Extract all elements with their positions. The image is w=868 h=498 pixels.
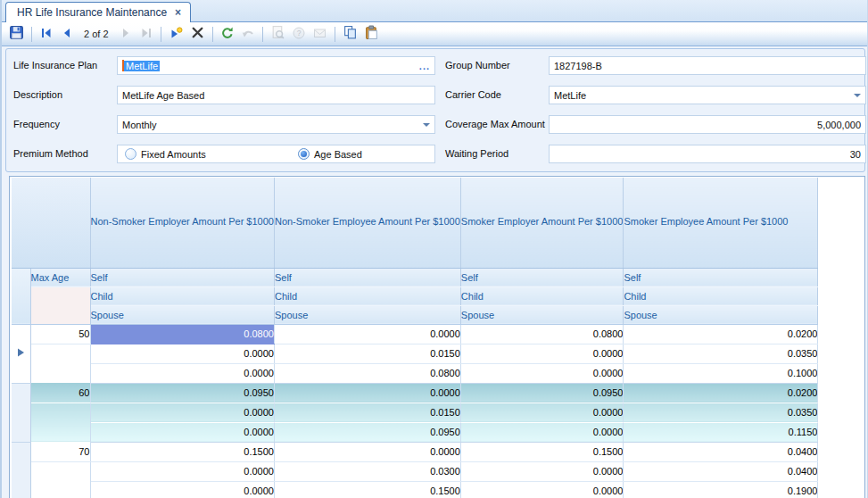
- grid-cell[interactable]: 0.1500: [90, 442, 274, 461]
- save-button[interactable]: [6, 24, 27, 44]
- column-header-nonsmoker-employer[interactable]: Non-Smoker Employer Amount Per $1000: [90, 178, 274, 268]
- grid-cell[interactable]: 0.1900: [624, 481, 818, 498]
- band-row-spouse: Spouse: [274, 305, 460, 324]
- max-age-cell[interactable]: 50: [30, 324, 90, 344]
- grid-cell[interactable]: 0.0950: [90, 383, 274, 403]
- waiting-period-field[interactable]: 30: [549, 145, 866, 163]
- grid-cell[interactable]: 0.0800: [460, 324, 624, 344]
- frequency-value: Monthly: [122, 120, 157, 130]
- radio-age-based[interactable]: Age Based: [298, 148, 362, 160]
- record-position: 2 of 2: [84, 29, 109, 39]
- grid-cell[interactable]: 0.1000: [624, 363, 818, 383]
- grid-cell[interactable]: 0.0950: [274, 422, 460, 442]
- radio-selected-icon[interactable]: [298, 148, 310, 160]
- row-indicator[interactable]: [12, 383, 30, 442]
- grid-cell[interactable]: 0.0000: [90, 422, 274, 442]
- radio-age-based-label: Age Based: [314, 149, 362, 160]
- band-row-self: Self: [624, 268, 818, 286]
- premium-method-label: Premium Method: [13, 145, 88, 163]
- lookup-ellipsis-button[interactable]: ...: [419, 61, 430, 71]
- grid-cell[interactable]: 0.0000: [460, 363, 624, 383]
- grid-cell[interactable]: 0.0000: [90, 363, 274, 383]
- group-number-value: 1827198-B: [554, 61, 602, 71]
- radio-fixed-amounts[interactable]: Fixed Amounts: [125, 148, 206, 160]
- waiting-period-value: 30: [850, 149, 861, 160]
- life-insurance-plan-field[interactable]: MetLife ...: [117, 56, 435, 75]
- tab-hr-life-insurance-maintenance[interactable]: HR Life Insurance Maintenance ×: [5, 2, 191, 22]
- grid-cell[interactable]: 0.1150: [624, 422, 818, 442]
- row-indicator-current[interactable]: [12, 324, 30, 383]
- grid-cell[interactable]: 0.0000: [90, 344, 274, 363]
- rates-grid: Non-Smoker Employer Amount Per $1000 Non…: [12, 178, 818, 498]
- carrier-code-label: Carrier Code: [445, 86, 501, 104]
- toolbar-separator: [262, 27, 263, 42]
- grid-cell[interactable]: 0.0000: [460, 344, 624, 363]
- coverage-max-amount-field[interactable]: 5,000,000: [549, 115, 866, 134]
- grid-cell[interactable]: 0.0000: [90, 461, 274, 481]
- grid-cell[interactable]: 0.0000: [90, 403, 274, 422]
- description-value: MetLife Age Based: [122, 90, 204, 101]
- row-indicator[interactable]: [12, 442, 30, 498]
- toolbar-separator: [212, 27, 213, 42]
- column-header-smoker-employee[interactable]: Smoker Employee Amount Per $1000: [624, 178, 818, 268]
- description-field[interactable]: MetLife Age Based: [117, 86, 435, 104]
- grid-cell[interactable]: 0.0000: [460, 422, 624, 442]
- grid-cell[interactable]: 0.0000: [274, 324, 460, 344]
- save-icon: [9, 25, 24, 43]
- frequency-dropdown[interactable]: Monthly: [117, 115, 435, 134]
- grid-cell-selected[interactable]: 0.0800: [90, 324, 274, 344]
- first-record-button[interactable]: [37, 24, 56, 44]
- grid-cell[interactable]: 0.0200: [624, 383, 818, 403]
- grid-cell[interactable]: 0.0000: [460, 461, 624, 481]
- band-row-spouse: Spouse: [90, 305, 274, 324]
- grid-cell[interactable]: 0.0350: [624, 403, 818, 422]
- frequency-label: Frequency: [13, 115, 60, 134]
- carrier-code-value: MetLife: [554, 90, 586, 101]
- band-row-self: Self: [90, 268, 274, 286]
- grid-cell[interactable]: 0.0950: [460, 383, 624, 403]
- band-row-child: Child: [624, 286, 818, 305]
- paste-icon: [364, 25, 379, 43]
- refresh-button[interactable]: [218, 24, 237, 44]
- print-preview-button: [268, 24, 288, 44]
- copy-button[interactable]: [340, 24, 360, 44]
- paste-button[interactable]: [361, 24, 382, 44]
- delete-record-button[interactable]: [187, 24, 208, 44]
- chevron-down-icon[interactable]: [423, 123, 430, 127]
- grid-cell[interactable]: 0.0150: [274, 403, 460, 422]
- grid-cell[interactable]: 0.0800: [274, 363, 460, 383]
- grid-cell[interactable]: 0.0000: [274, 383, 460, 403]
- grid-cell[interactable]: 0.0150: [274, 344, 460, 363]
- carrier-code-dropdown[interactable]: MetLife: [549, 86, 866, 104]
- previous-record-icon: [60, 26, 74, 43]
- grid-cell[interactable]: 0.0350: [624, 344, 818, 363]
- grid-cell[interactable]: 0.0200: [624, 324, 818, 344]
- radio-icon[interactable]: [125, 148, 136, 160]
- tab-close-icon[interactable]: ×: [175, 7, 181, 18]
- grid-cell[interactable]: 0.1500: [460, 442, 624, 461]
- grid-cell[interactable]: 0.0400: [624, 442, 818, 461]
- band-row-spouse: Spouse: [460, 305, 624, 324]
- column-header-smoker-employer[interactable]: Smoker Employer Amount Per $1000: [460, 178, 624, 268]
- max-age-cell[interactable]: 60: [30, 383, 90, 403]
- grid-cell[interactable]: 0.1500: [274, 481, 460, 498]
- grid-cell[interactable]: 0.0300: [274, 461, 460, 481]
- max-age-span-cell: [30, 403, 90, 442]
- grid-cell[interactable]: 0.0400: [624, 461, 818, 481]
- grid-cell[interactable]: 0.0000: [90, 481, 274, 498]
- grid-cell[interactable]: 0.0000: [460, 403, 624, 422]
- max-age-cell[interactable]: 70: [30, 442, 90, 461]
- previous-record-button[interactable]: [57, 24, 77, 44]
- toolbar-separator: [31, 27, 32, 42]
- grid-corner-cell: [12, 178, 90, 268]
- group-number-field[interactable]: 1827198-B: [549, 56, 866, 75]
- max-age-span-cell: [30, 344, 90, 383]
- chevron-down-icon[interactable]: [854, 94, 861, 97]
- plan-form-panel: Life Insurance Plan MetLife ... Descript…: [5, 48, 865, 172]
- grid-cell[interactable]: 0.0000: [460, 481, 624, 498]
- next-record-button: [116, 24, 136, 44]
- max-age-subheader-cell: [30, 286, 90, 324]
- grid-cell[interactable]: 0.0000: [274, 442, 460, 461]
- new-record-button[interactable]: [166, 24, 186, 44]
- column-header-nonsmoker-employee[interactable]: Non-Smoker Employee Amount Per $1000: [274, 178, 460, 268]
